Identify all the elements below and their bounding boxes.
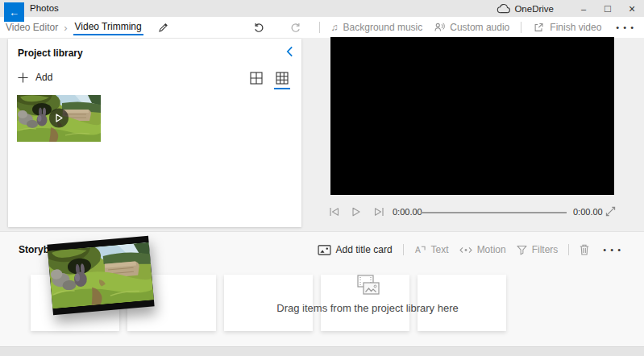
next-frame-icon (373, 207, 384, 217)
video-preview[interactable] (330, 37, 614, 195)
command-bar: Video Editor › Video Trimming (0, 17, 644, 38)
minimize-icon: – (581, 4, 586, 14)
storyboard-toolbar: Add title card A Text Motion Filters (318, 242, 625, 258)
add-label: Add (35, 72, 52, 83)
play-icon (55, 114, 64, 123)
toolbar-divider (319, 22, 320, 33)
duration-time: 0:00.00 (573, 207, 603, 217)
elapsed-time: 0:00.00 (393, 207, 422, 217)
filters-icon (517, 245, 527, 255)
breadcrumb: Video Editor › Video Trimming (6, 17, 169, 38)
collapse-library-button[interactable] (286, 46, 293, 57)
add-media-button[interactable]: Add (18, 72, 52, 83)
motion-button[interactable]: Motion (459, 244, 506, 255)
text-label: Text (431, 244, 449, 255)
small-grid-view-button[interactable] (274, 71, 290, 89)
storyboard-footer-bar (0, 346, 644, 356)
maximize-icon: □ (605, 2, 611, 14)
breadcrumb-chevron-icon: › (64, 22, 67, 34)
play-icon (351, 207, 361, 217)
chevron-left-icon (286, 46, 293, 57)
redo-button[interactable] (283, 22, 308, 33)
close-icon: × (629, 2, 635, 15)
play-button[interactable] (351, 207, 361, 217)
storyboard-slot-4[interactable] (321, 275, 409, 331)
text-tool-icon: A (414, 245, 426, 255)
plus-icon (18, 72, 28, 83)
custom-audio-label: Custom audio (450, 22, 509, 33)
undo-button[interactable] (247, 22, 272, 33)
library-view-toggles (248, 71, 290, 89)
redo-icon (289, 22, 301, 33)
project-library-panel: Project library Add (8, 39, 301, 227)
previous-frame-icon (329, 207, 340, 217)
onedrive-label: OneDrive (514, 4, 554, 14)
toolbar-divider (568, 244, 569, 255)
previous-frame-button[interactable] (329, 207, 340, 217)
large-grid-view-button[interactable] (248, 71, 264, 89)
filters-button[interactable]: Filters (517, 244, 559, 255)
photos-app-window: OneDrive – □ × ← Photos Video Editor › V… (0, 0, 644, 356)
grid-2x2-icon (250, 72, 263, 85)
finish-video-label: Finish video (550, 22, 601, 33)
dragged-video-thumbnail[interactable] (47, 236, 154, 316)
filters-label: Filters (532, 244, 559, 255)
seek-bar[interactable] (421, 212, 567, 213)
custom-audio-button[interactable]: Custom audio (434, 22, 509, 33)
storyboard-slot-5[interactable] (418, 275, 506, 331)
grid-3x3-icon (276, 72, 289, 85)
titlebar: OneDrive – □ × (0, 0, 644, 17)
project-library-title: Project library (18, 48, 83, 59)
pencil-icon (157, 22, 169, 34)
library-video-thumbnail[interactable] (17, 95, 101, 142)
onedrive-button[interactable]: OneDrive (497, 4, 554, 14)
delete-button[interactable] (580, 244, 589, 255)
motion-label: Motion (477, 244, 506, 255)
storyboard-slot-3[interactable] (224, 275, 313, 331)
expand-icon (605, 206, 616, 217)
motion-icon (459, 246, 472, 255)
background-music-label: Background music (343, 22, 423, 33)
onedrive-cloud-icon (497, 4, 510, 14)
custom-audio-icon (434, 22, 445, 33)
title-card-icon (318, 245, 331, 255)
breadcrumb-video-trimming[interactable]: Video Trimming (73, 19, 143, 35)
back-button[interactable]: ← (4, 2, 24, 22)
breadcrumb-video-editor[interactable]: Video Editor (6, 22, 58, 33)
see-more-button[interactable]: • • • (613, 23, 638, 32)
undo-icon (253, 22, 265, 33)
expand-preview-button[interactable] (605, 206, 616, 217)
toolbar-divider (403, 244, 404, 255)
finish-video-icon (533, 22, 545, 33)
text-button[interactable]: A Text (414, 244, 449, 255)
play-overlay (49, 109, 69, 128)
maximize-button[interactable]: □ (596, 0, 620, 17)
minimize-button[interactable]: – (571, 0, 596, 17)
storyboard-more-button[interactable]: • • • (600, 245, 625, 255)
close-button[interactable]: × (620, 0, 644, 17)
trash-icon (580, 244, 589, 255)
app-title: Photos (30, 0, 59, 17)
next-frame-button[interactable] (373, 207, 384, 217)
add-title-card-label: Add title card (336, 244, 393, 255)
finish-video-button[interactable]: Finish video (533, 22, 601, 33)
add-title-card-button[interactable]: Add title card (318, 244, 393, 255)
back-arrow-icon: ← (9, 6, 19, 19)
toolbar-divider (521, 22, 521, 33)
svg-text:A: A (415, 246, 421, 255)
rename-project-button[interactable] (157, 22, 169, 34)
music-note-icon: ♫ (331, 22, 339, 33)
background-music-button[interactable]: ♫ Background music (331, 22, 423, 33)
